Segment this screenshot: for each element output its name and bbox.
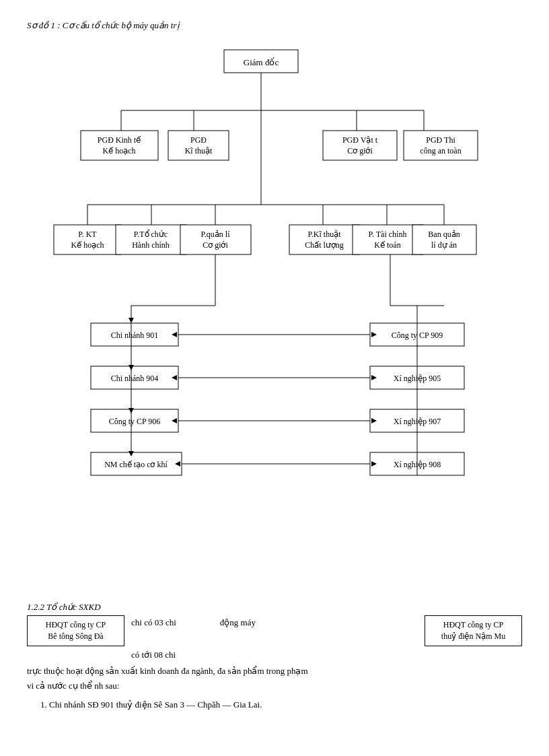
paragraph: trực thuộc hoạt động sản xuất kinh doanh… — [27, 664, 522, 693]
svg-text:PGĐ Vật t: PGĐ Vật t — [342, 135, 378, 145]
svg-text:Chất lượng: Chất lượng — [305, 240, 344, 250]
svg-text:Kĩ thuật: Kĩ thuật — [185, 146, 213, 156]
italic-heading: 1.2.2 Tổ chức SXKD — [27, 602, 121, 613]
svg-text:công an toàn: công an toàn — [420, 146, 461, 156]
svg-text:Kế hoạch: Kế hoạch — [103, 146, 136, 156]
svg-text:PGĐ Kinh tế: PGĐ Kinh tế — [98, 135, 141, 145]
box-hdqt-left: HĐQT công ty CP Bê tông Sông Đà — [27, 615, 124, 646]
svg-text:Cơ giới: Cơ giới — [203, 240, 228, 250]
svg-text:P. KT: P. KT — [78, 230, 97, 239]
svg-text:Hành chính: Hành chính — [132, 240, 170, 250]
svg-text:P.quản lí: P.quản lí — [200, 230, 230, 239]
svg-text:Kế toán: Kế toán — [374, 240, 400, 250]
bottom-section: 1.2.2 Tổ chức SXKD HĐQT công ty CP Bê tô… — [27, 602, 522, 712]
list-item-1: 1. Chi nhánh SĐ 901 thuỷ điện Sê San 3 —… — [40, 697, 522, 712]
svg-text:Giám đốc: Giám đốc — [244, 57, 279, 67]
svg-text:Kế hoạch: Kế hoạch — [71, 240, 104, 250]
svg-text:PGĐ: PGĐ — [190, 135, 207, 145]
svg-marker-51 — [129, 318, 134, 323]
svg-text:Chi nhánh 904: Chi nhánh 904 — [111, 374, 159, 383]
svg-text:P.Kĩ thuật: P.Kĩ thuật — [307, 230, 341, 239]
inline-text-2: có tới 08 chi — [131, 648, 176, 662]
inline-text-1: chi có 03 chi — [131, 617, 176, 627]
svg-text:Ban quản: Ban quản — [428, 230, 460, 239]
svg-text:NM chế tạo cơ khí: NM chế tạo cơ khí — [104, 460, 168, 469]
box-hdqt-right: HĐQT công ty CP thuỷ điện Nậm Mu — [425, 615, 522, 646]
svg-text:PGĐ Thi: PGĐ Thi — [426, 135, 455, 145]
trailing-text: động máy — [220, 617, 256, 627]
diagram-title: Sơ đồ 1 : Cơ cấu tổ chức bộ máy quản trị — [27, 20, 522, 31]
svg-text:Công ty CP 906: Công ty CP 906 — [109, 417, 161, 426]
svg-text:lí dự án: lí dự án — [431, 240, 457, 250]
svg-text:Chi nhánh 901: Chi nhánh 901 — [111, 331, 159, 340]
svg-text:P.Tổ chức: P.Tổ chức — [134, 230, 168, 239]
svg-text:Cơ giới: Cơ giới — [347, 146, 373, 156]
org-chart: Giám đốc PGĐ Kinh tế Kế hoạch PGĐ Kĩ thu… — [27, 43, 522, 595]
svg-text:P. Tài chính: P. Tài chính — [369, 230, 407, 239]
